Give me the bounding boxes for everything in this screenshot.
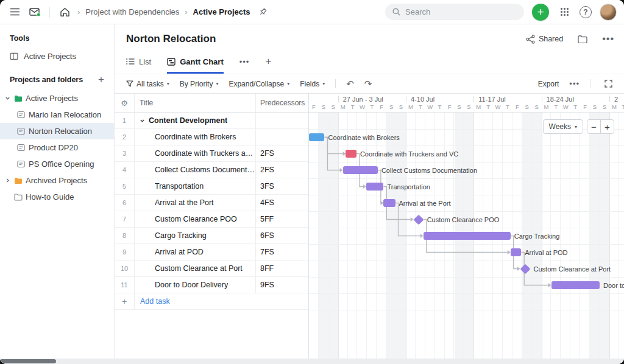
- timeline-header: 27 Jun - 3 Jul4-10 Jul11-17 Jul18-24 Jul…: [309, 94, 624, 113]
- apps-grid-icon[interactable]: [557, 5, 572, 19]
- gantt-bar[interactable]: [309, 133, 324, 141]
- table-row[interactable]: 4Collect Customs Documentation2FS: [115, 162, 308, 178]
- project-icon: [17, 144, 29, 152]
- table-row[interactable]: 2Coordinate with Brokers: [115, 129, 308, 145]
- expand-collapse-dropdown[interactable]: Expand/Collapse▾: [229, 80, 289, 88]
- settings-gear-icon[interactable]: ⚙: [121, 99, 128, 108]
- sidebar-item-product-dp20[interactable]: Product DP20: [0, 139, 114, 156]
- gantt-icon: [167, 58, 176, 66]
- bar-label: Cargo Tracking: [514, 233, 560, 240]
- gantt-bar[interactable]: [424, 232, 511, 240]
- table-row[interactable]: 5Transportation3FS: [115, 178, 308, 195]
- toolbar-more-icon[interactable]: •••: [569, 79, 580, 88]
- chevron-down-icon[interactable]: [5, 96, 14, 101]
- fields-dropdown[interactable]: Fields▾: [300, 80, 325, 88]
- table-row[interactable]: 1Content Development: [115, 113, 308, 129]
- chevron-down-icon: ▾: [575, 124, 577, 130]
- breadcrumb-separator-icon: ›: [185, 7, 187, 16]
- add-task-plus-icon[interactable]: +: [115, 293, 135, 309]
- sidebar-item-how-to-guide[interactable]: How-to Guide: [0, 189, 114, 205]
- gantt-bar[interactable]: [346, 150, 356, 158]
- projects-heading: Projects and folders: [10, 75, 83, 84]
- help-icon[interactable]: ?: [580, 6, 592, 18]
- add-view-button[interactable]: +: [265, 51, 271, 74]
- task-title: Arrival at the Port: [155, 198, 214, 207]
- breadcrumb-parent[interactable]: Project with Dependencies: [85, 7, 179, 16]
- filter-dropdown[interactable]: All tasks▾: [126, 80, 169, 88]
- collapse-chevron-icon[interactable]: [140, 118, 145, 124]
- gantt-chart: 27 Jun - 3 Jul4-10 Jul11-17 Jul18-24 Jul…: [309, 94, 624, 359]
- breadcrumb-current[interactable]: Active Projects: [193, 7, 250, 16]
- tab-gantt-chart[interactable]: Gantt Chart: [167, 51, 224, 74]
- sidebar-item-norton-relocation[interactable]: Norton Relocation: [0, 123, 114, 139]
- column-header-title[interactable]: Title: [135, 94, 256, 112]
- task-title-cell: Arrival at POD: [135, 244, 256, 260]
- tab-more-icon[interactable]: •••: [239, 51, 250, 74]
- row-separator: [309, 310, 624, 310]
- fullscreen-icon[interactable]: [601, 77, 615, 91]
- tab-list[interactable]: List: [126, 51, 151, 74]
- table-row[interactable]: 6Arrival at the Port4FS: [115, 195, 308, 211]
- undo-icon[interactable]: ↶: [346, 79, 354, 88]
- task-title: Coordinate with Truckers and VC: [155, 149, 255, 158]
- chevron-down-icon: ▾: [287, 81, 289, 86]
- by-priority-dropdown[interactable]: By Priority▾: [180, 80, 219, 88]
- more-options-icon[interactable]: •••: [602, 33, 614, 44]
- day-letter: M: [338, 103, 348, 110]
- day-letter: T: [570, 103, 580, 110]
- table-row[interactable]: 8Cargo Tracking6FS: [115, 228, 308, 244]
- sidebar-item-active-projects-tool[interactable]: Active Projects: [0, 48, 114, 65]
- column-header-predecessors[interactable]: Predecessors: [256, 94, 308, 112]
- chevron-down-icon: ▾: [216, 81, 218, 86]
- add-task-button[interactable]: Add task: [135, 293, 170, 309]
- day-letter: T: [551, 103, 561, 110]
- gantt-bar[interactable]: [383, 199, 395, 207]
- add-project-button[interactable]: +: [98, 74, 104, 85]
- chevron-right-icon[interactable]: [5, 178, 14, 183]
- sidebar-item-ps-office-opening[interactable]: PS Office Opening: [0, 156, 114, 172]
- home-icon[interactable]: [57, 5, 72, 19]
- create-button[interactable]: +: [532, 4, 549, 21]
- gantt-bar[interactable]: [511, 248, 521, 256]
- gantt-bar[interactable]: [551, 281, 600, 289]
- sidebar-item-active-projects[interactable]: Active Projects: [0, 90, 114, 107]
- redo-icon[interactable]: ↷: [364, 79, 372, 88]
- day-letter: F: [512, 103, 522, 110]
- table-row[interactable]: 3Coordinate with Truckers and VC2FS: [115, 145, 308, 162]
- shared-button[interactable]: Shared: [526, 35, 563, 44]
- sidebar-item-archived-projects[interactable]: Archived Projects: [0, 172, 114, 189]
- table-row[interactable]: 11Door to Door Delivery9FS: [115, 277, 308, 293]
- pin-icon[interactable]: [256, 5, 271, 19]
- zoom-in-button[interactable]: +: [600, 119, 614, 134]
- row-number: 5: [115, 178, 135, 194]
- scrollbar-thumb[interactable]: [0, 359, 56, 363]
- gantt-bar[interactable]: [366, 183, 384, 191]
- mail-icon[interactable]: [27, 5, 42, 19]
- table-row[interactable]: 9Arrival at POD7FS: [115, 244, 308, 261]
- chevron-down-icon: ▾: [167, 81, 169, 86]
- share-icon: [526, 35, 535, 44]
- sidebar-item-label: Archived Projects: [26, 176, 87, 185]
- zoom-unit-dropdown[interactable]: Weeks▾: [543, 119, 583, 134]
- task-title-cell: Arrival at the Port: [135, 195, 256, 211]
- search-input[interactable]: Search: [385, 4, 524, 20]
- week-label: 18-24 Jul: [547, 96, 574, 103]
- menu-icon[interactable]: [7, 5, 22, 19]
- table-header: ⚙ Title Predecessors: [115, 94, 308, 113]
- export-button[interactable]: Export: [538, 80, 559, 88]
- folder-icon[interactable]: [575, 32, 590, 46]
- gantt-bar[interactable]: [343, 166, 378, 174]
- zoom-controls: Weeks▾ − +: [543, 119, 614, 134]
- zoom-out-button[interactable]: −: [587, 119, 601, 134]
- gantt-chart-body: Weeks▾ − + Coordinate with BrokersCoordi…: [309, 113, 624, 359]
- horizontal-scrollbar[interactable]: [0, 359, 624, 364]
- table-row[interactable]: 7Custom Clearance POO5FF: [115, 211, 308, 228]
- tab-label: List: [139, 57, 151, 66]
- sidebar-item-label: Active Projects: [24, 52, 76, 61]
- table-row[interactable]: 10Custom Clearance at Port8FF: [115, 261, 308, 277]
- avatar[interactable]: [600, 4, 617, 21]
- sidebar-item-mario-ian-relocation[interactable]: Mario Ian Relocation: [0, 107, 114, 123]
- sidebar-item-label: Norton Relocation: [29, 127, 92, 136]
- day-letter: T: [503, 103, 512, 110]
- task-title-cell: Transportation: [135, 178, 256, 194]
